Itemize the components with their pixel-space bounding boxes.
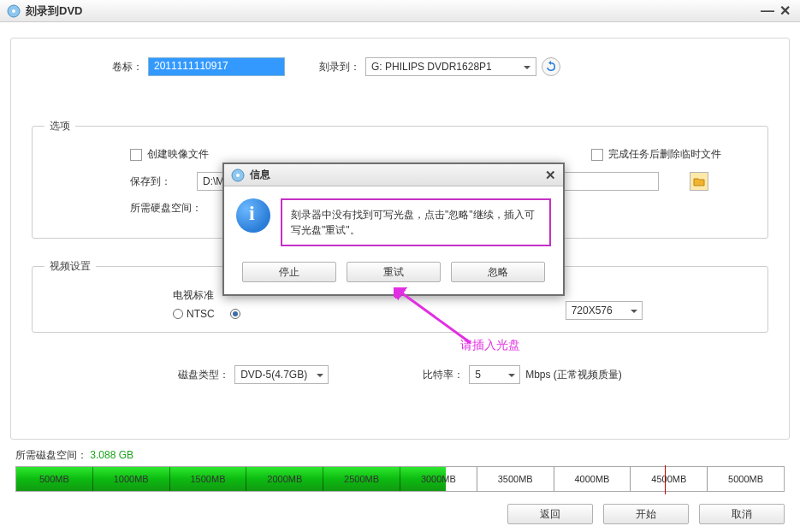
dialog-close-button[interactable]: ✕ [545,168,556,183]
bitrate-select[interactable]: 5 [469,365,520,384]
annotation-text: 请插入光盘 [460,338,520,353]
space-gauge: 500MB1000MB1500MB2000MB2500MB3000MB3500M… [15,466,785,492]
volume-input[interactable]: 2011111110917 [148,57,285,76]
disc-type-label: 磁盘类型： [178,368,229,382]
gauge-tick: 5000MB [707,467,784,491]
ntsc-radio[interactable]: NTSC [173,308,215,320]
drive-select[interactable]: G: PHILIPS DVDR1628P1 [365,57,536,76]
close-button[interactable]: ✕ [776,3,793,19]
bitrate-label: 比特率： [423,368,464,382]
bottom-controls: 磁盘类型： DVD-5(4.7GB) 比特率： 5 Mbps (正常视频质量) [27,365,773,384]
top-row: 卷标： 2011111110917 刻录到： G: PHILIPS DVDR16… [112,57,773,76]
gauge-tick: 4000MB [554,467,631,491]
retry-button[interactable]: 重试 [347,262,441,282]
info-icon [236,198,270,233]
gauge-tick: 1500MB [169,467,246,491]
refresh-drive-button[interactable] [542,57,560,76]
gauge-tick: 3000MB [400,467,477,491]
footer-space-label: 所需磁盘空间： [15,449,87,461]
volume-label: 卷标： [112,60,143,74]
dialog-titlebar: 信息 ✕ [224,164,563,186]
gauge-tick: 3500MB [477,467,554,491]
disc-type-select[interactable]: DVD-5(4.7GB) [234,365,329,384]
svg-point-1 [12,9,15,13]
dialog-title: 信息 [250,168,270,182]
cancel-button[interactable]: 取消 [699,504,785,524]
svg-point-3 [236,174,240,177]
delete-temp-checkbox[interactable]: 完成任务后删除临时文件 [591,147,721,162]
burn-to-label: 刻录到： [319,60,360,74]
minimize-button[interactable]: — [759,3,776,19]
title-bar: 刻录到DVD — ✕ [0,0,800,22]
footer: 所需磁盘空间： 3.088 GB 500MB1000MB1500MB2000MB… [10,448,790,524]
gauge-tick: 500MB [16,467,92,491]
gauge-tick: 2500MB [323,467,400,491]
stop-button[interactable]: 停止 [242,262,336,282]
app-icon [7,4,21,18]
pal-radio[interactable] [230,309,240,319]
ignore-button[interactable]: 忽略 [451,262,545,282]
window-title: 刻录到DVD [26,3,82,19]
gauge-tick: 4500MB [630,467,707,491]
video-legend: 视频设置 [44,259,96,274]
options-legend: 选项 [44,119,75,133]
dialog-message: 刻录器中没有找到可写光盘，点击"忽略"继续，插入可写光盘"重试"。 [281,198,551,246]
save-to-label: 保存到： [130,174,171,189]
gauge-tick: 2000MB [246,467,323,491]
disk-space-label: 所需硬盘空间： [130,201,202,216]
back-button[interactable]: 返回 [507,504,593,524]
browse-button[interactable] [690,172,708,191]
bitrate-unit: Mbps (正常视频质量) [525,368,622,382]
dialog-icon [231,168,245,182]
footer-space-value: 3.088 GB [90,449,133,461]
gauge-tick: 1000MB [92,467,169,491]
create-image-checkbox[interactable]: 创建映像文件 [130,147,209,162]
info-dialog: 信息 ✕ 刻录器中没有找到可写光盘，点击"忽略"继续，插入可写光盘"重试"。 停… [222,163,565,296]
gauge-marker [665,465,666,494]
start-button[interactable]: 开始 [603,504,689,524]
resolution-select[interactable]: 720X576 [566,301,643,320]
